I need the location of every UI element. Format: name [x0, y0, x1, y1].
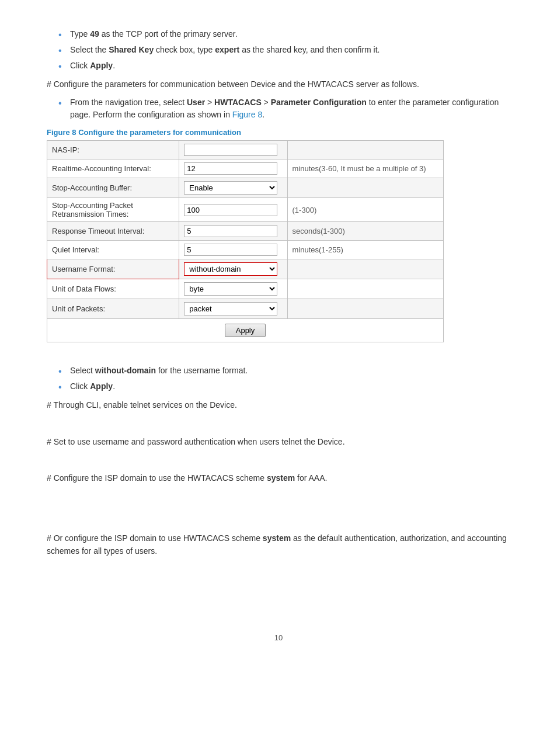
- data-flows-input-cell: byte kbyte mbyte gbyte: [179, 279, 287, 299]
- system-bold-1: system: [267, 473, 295, 483]
- username-format-input-cell: without-domain with-domain: [179, 259, 287, 279]
- bullet-click-apply-1: Click Apply.: [58, 60, 510, 72]
- table-row-rt-accounting: Realtime-Accounting Interval: minutes(3-…: [47, 159, 444, 178]
- response-timeout-label: Response Timeout Interval:: [47, 222, 179, 241]
- nav-hwtacacs: HWTACACS: [214, 98, 262, 107]
- data-flows-label: Unit of Data Flows:: [47, 279, 179, 299]
- response-timeout-input[interactable]: [184, 225, 277, 237]
- retrans-label: Stop-Accounting PacketRetransmission Tim…: [47, 198, 179, 222]
- table-row-data-flows: Unit of Data Flows: byte kbyte mbyte gby…: [47, 279, 444, 299]
- stop-buffer-select[interactable]: Enable Disable: [184, 181, 277, 195]
- page-number: 10: [47, 633, 510, 642]
- packets-input-cell: packet kpacket: [179, 299, 287, 319]
- figure8-link[interactable]: Figure 8: [232, 110, 262, 119]
- quiet-interval-input[interactable]: [184, 244, 277, 256]
- bullet-shared-key: Select the Shared Key check box, type ex…: [58, 44, 510, 56]
- nasip-hint: [287, 141, 444, 159]
- bullet-tcp-port: Type 49 as the TCP port of the primary s…: [58, 28, 510, 40]
- quiet-interval-input-cell: [179, 241, 287, 259]
- rt-accounting-input-cell: [179, 159, 287, 178]
- table-row-username-format: Username Format: without-domain with-dom…: [47, 259, 444, 279]
- apply-button[interactable]: Apply: [225, 324, 266, 337]
- bottom-bullet-list: Select without-domain for the username f…: [58, 365, 510, 393]
- table-row-stop-buffer: Stop-Accounting Buffer: Enable Disable: [47, 178, 444, 198]
- system-bold-2: system: [263, 533, 291, 543]
- stop-buffer-label: Stop-Accounting Buffer:: [47, 178, 179, 198]
- without-domain-value: without-domain: [95, 366, 156, 375]
- nav-user: User: [187, 98, 205, 107]
- bullet-without-domain: Select without-domain for the username f…: [58, 365, 510, 377]
- packets-hint: [287, 299, 444, 319]
- nasip-label: NAS-IP:: [47, 141, 179, 159]
- expert-value: expert: [215, 45, 239, 54]
- username-format-hint: [287, 259, 444, 279]
- stop-buffer-hint: [287, 178, 444, 198]
- packets-label: Unit of Packets:: [47, 299, 179, 319]
- username-format-label: Username Format:: [47, 259, 179, 279]
- apply-label-1: Apply: [90, 61, 113, 70]
- table-row-packets: Unit of Packets: packet kpacket: [47, 299, 444, 319]
- retrans-hint: (1-300): [287, 198, 444, 222]
- rt-accounting-hint: minutes(3-60, It must be a multiple of 3…: [287, 159, 444, 178]
- table-row-nasip: NAS-IP:: [47, 141, 444, 159]
- tcp-port-value: 49: [90, 29, 99, 39]
- table-row-retrans: Stop-Accounting PacketRetransmission Tim…: [47, 198, 444, 222]
- rt-accounting-input[interactable]: [184, 162, 277, 175]
- apply-cell: Apply: [47, 319, 444, 342]
- nav-param-config: Parameter Configuration: [271, 98, 367, 107]
- hash-para-3: # Set to use username and password authe…: [47, 435, 510, 448]
- hash-para-5: # Or configure the ISP domain to use HWT…: [47, 532, 510, 558]
- figure-caption: Figure 8 Configure the parameters for co…: [47, 128, 510, 137]
- table-row-quiet-interval: Quiet Interval: minutes(1-255): [47, 241, 444, 259]
- response-timeout-hint: seconds(1-300): [287, 222, 444, 241]
- nav-bullet-list: From the navigation tree, select User > …: [58, 96, 510, 121]
- packets-select[interactable]: packet kpacket: [184, 302, 277, 315]
- apply-label-2: Apply: [90, 382, 113, 391]
- hash-para-1: # Configure the parameters for communica…: [47, 78, 510, 91]
- quiet-interval-hint: minutes(1-255): [287, 241, 444, 259]
- rt-accounting-label: Realtime-Accounting Interval:: [47, 159, 179, 178]
- hash-para-4: # Configure the ISP domain to use the HW…: [47, 471, 510, 484]
- shared-key-label: Shared Key: [109, 45, 154, 54]
- top-bullet-list: Type 49 as the TCP port of the primary s…: [58, 28, 510, 72]
- quiet-interval-label: Quiet Interval:: [47, 241, 179, 259]
- retrans-input-cell: [179, 198, 287, 222]
- response-timeout-input-cell: [179, 222, 287, 241]
- table-row-response-timeout: Response Timeout Interval: seconds(1-300…: [47, 222, 444, 241]
- data-flows-hint: [287, 279, 444, 299]
- username-format-select[interactable]: without-domain with-domain: [184, 262, 277, 276]
- stop-buffer-input-cell: Enable Disable: [179, 178, 287, 198]
- bullet-click-apply-2: Click Apply.: [58, 380, 510, 393]
- nasip-input-cell: [179, 141, 287, 159]
- config-table: NAS-IP: Realtime-Accounting Interval: mi…: [47, 140, 444, 342]
- retrans-input[interactable]: [184, 204, 277, 216]
- table-row-apply: Apply: [47, 319, 444, 342]
- nasip-input[interactable]: [184, 144, 277, 156]
- data-flows-select[interactable]: byte kbyte mbyte gbyte: [184, 282, 277, 296]
- bullet-nav: From the navigation tree, select User > …: [58, 96, 510, 121]
- hash-para-2: # Through CLI, enable telnet services on…: [47, 398, 510, 411]
